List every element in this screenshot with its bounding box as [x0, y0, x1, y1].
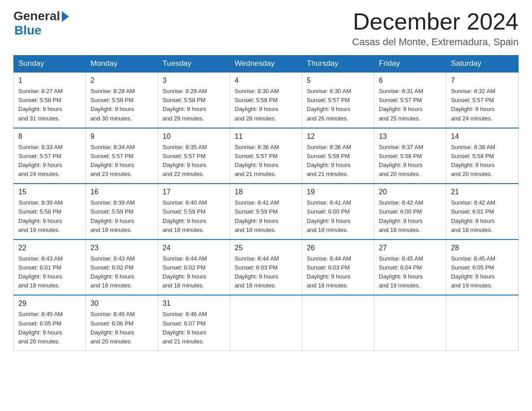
day-number: 11: [235, 131, 297, 142]
day-info: Sunrise: 8:40 AMSunset: 5:59 PMDaylight:…: [163, 198, 225, 235]
calendar-cell: 21Sunrise: 8:42 AMSunset: 6:01 PMDayligh…: [446, 184, 519, 240]
day-info: Sunrise: 8:43 AMSunset: 6:01 PMDaylight:…: [18, 254, 81, 291]
logo-blue-text: Blue: [14, 23, 42, 38]
calendar-cell: 12Sunrise: 8:36 AMSunset: 5:58 PMDayligh…: [302, 128, 374, 184]
day-info: Sunrise: 8:45 AMSunset: 6:04 PMDaylight:…: [379, 254, 442, 291]
calendar-cell: 9Sunrise: 8:34 AMSunset: 5:57 PMDaylight…: [86, 128, 158, 184]
day-info: Sunrise: 8:46 AMSunset: 6:07 PMDaylight:…: [163, 310, 225, 346]
calendar-week-row: 15Sunrise: 8:39 AMSunset: 5:58 PMDayligh…: [14, 184, 519, 240]
calendar-week-row: 22Sunrise: 8:43 AMSunset: 6:01 PMDayligh…: [14, 240, 519, 295]
day-number: 20: [379, 187, 442, 197]
day-number: 19: [307, 187, 369, 197]
day-number: 12: [307, 131, 369, 142]
day-info: Sunrise: 8:31 AMSunset: 5:57 PMDaylight:…: [379, 87, 442, 123]
calendar-cell: 22Sunrise: 8:43 AMSunset: 6:01 PMDayligh…: [14, 240, 86, 295]
day-info: Sunrise: 8:44 AMSunset: 6:03 PMDaylight:…: [307, 254, 369, 291]
calendar-cell: 17Sunrise: 8:40 AMSunset: 5:59 PMDayligh…: [158, 184, 230, 240]
day-info: Sunrise: 8:41 AMSunset: 5:59 PMDaylight:…: [235, 198, 297, 235]
calendar-cell: 24Sunrise: 8:44 AMSunset: 6:02 PMDayligh…: [158, 240, 230, 295]
calendar-cell: 31Sunrise: 8:46 AMSunset: 6:07 PMDayligh…: [158, 295, 230, 351]
day-number: 7: [451, 75, 514, 86]
logo: General Blue: [13, 9, 69, 38]
calendar-cell: 6Sunrise: 8:31 AMSunset: 5:57 PMDaylight…: [374, 72, 446, 128]
day-info: Sunrise: 8:33 AMSunset: 5:57 PMDaylight:…: [18, 143, 81, 179]
calendar-cell: 2Sunrise: 8:28 AMSunset: 5:58 PMDaylight…: [86, 72, 158, 128]
day-info: Sunrise: 8:38 AMSunset: 5:58 PMDaylight:…: [451, 143, 514, 179]
day-info: Sunrise: 8:30 AMSunset: 5:57 PMDaylight:…: [307, 87, 369, 123]
day-info: Sunrise: 8:42 AMSunset: 6:00 PMDaylight:…: [379, 198, 442, 235]
calendar-cell: [230, 295, 302, 351]
day-number: 23: [90, 243, 153, 253]
day-info: Sunrise: 8:39 AMSunset: 5:59 PMDaylight:…: [90, 198, 153, 235]
calendar-cell: 19Sunrise: 8:41 AMSunset: 6:00 PMDayligh…: [302, 184, 374, 240]
weekday-header-sunday: Sunday: [14, 56, 86, 73]
day-info: Sunrise: 8:36 AMSunset: 5:58 PMDaylight:…: [307, 143, 369, 179]
day-number: 30: [90, 298, 153, 309]
day-number: 17: [163, 187, 225, 197]
day-number: 24: [163, 243, 225, 253]
day-info: Sunrise: 8:36 AMSunset: 5:57 PMDaylight:…: [235, 143, 297, 179]
calendar-cell: 14Sunrise: 8:38 AMSunset: 5:58 PMDayligh…: [446, 128, 519, 184]
day-info: Sunrise: 8:35 AMSunset: 5:57 PMDaylight:…: [163, 143, 225, 179]
day-number: 13: [379, 131, 442, 142]
day-info: Sunrise: 8:41 AMSunset: 6:00 PMDaylight:…: [307, 198, 369, 235]
day-number: 26: [307, 243, 369, 253]
page-header: General Blue December 2024 Casas del Mon…: [13, 9, 519, 48]
day-number: 8: [18, 131, 81, 142]
day-number: 3: [163, 75, 225, 86]
day-number: 14: [451, 131, 514, 142]
day-number: 21: [451, 187, 514, 197]
calendar-week-row: 29Sunrise: 8:45 AMSunset: 6:05 PMDayligh…: [14, 295, 519, 351]
calendar-cell: 10Sunrise: 8:35 AMSunset: 5:57 PMDayligh…: [158, 128, 230, 184]
day-info: Sunrise: 8:45 AMSunset: 6:05 PMDaylight:…: [18, 310, 81, 346]
day-number: 25: [235, 243, 297, 253]
day-number: 18: [235, 187, 297, 197]
location-title: Casas del Monte, Extremadura, Spain: [352, 36, 519, 48]
calendar-cell: [446, 295, 519, 351]
logo-general-text: General: [13, 9, 60, 23]
day-info: Sunrise: 8:37 AMSunset: 5:58 PMDaylight:…: [379, 143, 442, 179]
weekday-header-friday: Friday: [374, 56, 446, 73]
weekday-header-saturday: Saturday: [446, 56, 519, 73]
calendar-cell: 28Sunrise: 8:45 AMSunset: 6:05 PMDayligh…: [446, 240, 519, 295]
calendar-cell: 20Sunrise: 8:42 AMSunset: 6:00 PMDayligh…: [374, 184, 446, 240]
weekday-header-tuesday: Tuesday: [158, 56, 230, 73]
logo-top: General: [13, 9, 69, 23]
day-info: Sunrise: 8:44 AMSunset: 6:03 PMDaylight:…: [235, 254, 297, 291]
day-info: Sunrise: 8:46 AMSunset: 6:06 PMDaylight:…: [90, 310, 153, 346]
day-number: 22: [18, 243, 81, 253]
day-number: 6: [379, 75, 442, 86]
day-info: Sunrise: 8:34 AMSunset: 5:57 PMDaylight:…: [90, 143, 153, 179]
calendar-cell: 8Sunrise: 8:33 AMSunset: 5:57 PMDaylight…: [14, 128, 86, 184]
calendar-cell: 13Sunrise: 8:37 AMSunset: 5:58 PMDayligh…: [374, 128, 446, 184]
day-number: 5: [307, 75, 369, 86]
weekday-header-monday: Monday: [86, 56, 158, 73]
day-info: Sunrise: 8:28 AMSunset: 5:58 PMDaylight:…: [90, 87, 153, 123]
weekday-header-thursday: Thursday: [302, 56, 374, 73]
calendar-cell: 29Sunrise: 8:45 AMSunset: 6:05 PMDayligh…: [14, 295, 86, 351]
calendar-cell: 26Sunrise: 8:44 AMSunset: 6:03 PMDayligh…: [302, 240, 374, 295]
calendar-cell: 11Sunrise: 8:36 AMSunset: 5:57 PMDayligh…: [230, 128, 302, 184]
day-info: Sunrise: 8:30 AMSunset: 5:58 PMDaylight:…: [235, 87, 297, 123]
day-number: 1: [18, 75, 81, 86]
calendar-cell: 23Sunrise: 8:43 AMSunset: 6:02 PMDayligh…: [86, 240, 158, 295]
calendar-cell: 18Sunrise: 8:41 AMSunset: 5:59 PMDayligh…: [230, 184, 302, 240]
day-number: 9: [90, 131, 153, 142]
day-number: 31: [163, 298, 225, 309]
calendar-cell: 25Sunrise: 8:44 AMSunset: 6:03 PMDayligh…: [230, 240, 302, 295]
calendar-header-row: SundayMondayTuesdayWednesdayThursdayFrid…: [14, 56, 519, 73]
calendar-cell: 30Sunrise: 8:46 AMSunset: 6:06 PMDayligh…: [86, 295, 158, 351]
day-number: 16: [90, 187, 153, 197]
day-info: Sunrise: 8:27 AMSunset: 5:58 PMDaylight:…: [18, 87, 81, 123]
calendar-cell: 7Sunrise: 8:32 AMSunset: 5:57 PMDaylight…: [446, 72, 519, 128]
logo-arrow-icon: [62, 11, 69, 22]
day-number: 28: [451, 243, 514, 253]
calendar-cell: 15Sunrise: 8:39 AMSunset: 5:58 PMDayligh…: [14, 184, 86, 240]
calendar-cell: 3Sunrise: 8:29 AMSunset: 5:58 PMDaylight…: [158, 72, 230, 128]
day-number: 15: [18, 187, 81, 197]
day-info: Sunrise: 8:45 AMSunset: 6:05 PMDaylight:…: [451, 254, 514, 291]
calendar-cell: [302, 295, 374, 351]
day-number: 4: [235, 75, 297, 86]
calendar-cell: 4Sunrise: 8:30 AMSunset: 5:58 PMDaylight…: [230, 72, 302, 128]
month-title: December 2024: [352, 9, 519, 34]
